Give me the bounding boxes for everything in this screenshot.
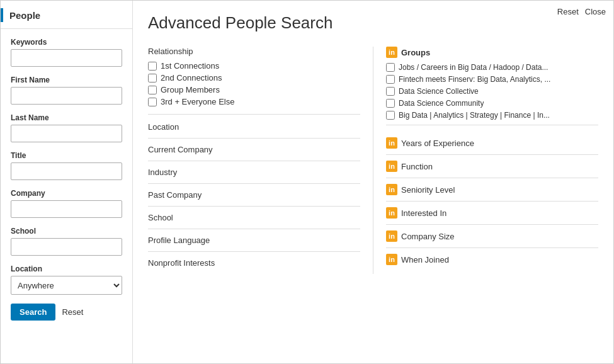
groups-title: Groups	[401, 48, 430, 57]
group-item-0: Jobs / Careers in Big Data / Hadoop / Da…	[386, 63, 598, 72]
first-name-label: First Name	[11, 76, 122, 84]
years-exp-badge: in	[386, 137, 397, 149]
title-group: Title	[11, 151, 122, 180]
school-input[interactable]	[11, 238, 122, 256]
keywords-input[interactable]	[11, 49, 122, 67]
group-members-label[interactable]: Group Members	[161, 85, 220, 94]
sidebar-form: Keywords First Name Last Name Title Comp…	[1, 38, 132, 295]
group-checkbox-0[interactable]	[386, 63, 395, 72]
function-badge: in	[386, 161, 397, 172]
title-input[interactable]	[11, 162, 122, 180]
group-item-2: Data Science Collective	[386, 87, 598, 96]
conn2-label[interactable]: 2nd Connections	[161, 73, 222, 82]
left-filters: Location Current Company Industry Past C…	[148, 122, 360, 274]
filter-company-size[interactable]: in Company Size	[386, 225, 598, 248]
reset-sidebar-button[interactable]: Reset	[62, 307, 83, 317]
title-label: Title	[11, 151, 122, 160]
location-group: Location Anywhere	[11, 264, 122, 295]
group-label-2[interactable]: Data Science Collective	[399, 87, 479, 96]
filter-past-company[interactable]: Past Company	[148, 184, 360, 207]
group-checkbox-4[interactable]	[386, 111, 395, 120]
school-group: School	[11, 227, 122, 256]
group-item-1: Fintech meets Finserv: Big Data, Analyti…	[386, 75, 598, 84]
company-size-badge: in	[386, 230, 397, 242]
group-item-3: Data Science Community	[386, 99, 598, 108]
company-size-label: Company Size	[401, 232, 455, 241]
rel-divider	[148, 114, 360, 115]
relationship-title: Relationship	[148, 47, 360, 56]
relationship-section: Relationship 1st Connections 2nd Connect…	[148, 47, 360, 106]
years-exp-label: Years of Experience	[401, 139, 474, 148]
sidebar-accent-bar	[1, 8, 3, 22]
group-label-0[interactable]: Jobs / Careers in Big Data / Hadoop / Da…	[399, 63, 548, 72]
conn3plus-group: 3rd + Everyone Else	[148, 97, 360, 106]
groups-header: in Groups	[386, 47, 598, 58]
left-column: Relationship 1st Connections 2nd Connect…	[148, 47, 373, 274]
interested-label: Interested In	[401, 208, 446, 218]
group-label-1[interactable]: Fintech meets Finserv: Big Data, Analyti…	[399, 75, 550, 84]
filter-current-company[interactable]: Current Company	[148, 139, 360, 161]
filter-seniority-level[interactable]: in Seniority Level	[386, 178, 598, 202]
when-joined-label: When Joined	[401, 255, 449, 264]
sidebar: People Keywords First Name Last Name Tit…	[1, 1, 133, 363]
interested-badge: in	[386, 207, 397, 219]
conn1-label[interactable]: 1st Connections	[161, 61, 219, 71]
last-name-label: Last Name	[11, 113, 122, 122]
seniority-label: Seniority Level	[401, 185, 455, 195]
company-label: Company	[11, 189, 122, 198]
app-container: Reset Close People Keywords First Name L…	[0, 0, 614, 364]
conn1-group: 1st Connections	[148, 61, 360, 71]
main-content: Advanced People Search Relationship 1st …	[133, 1, 613, 363]
filter-years-experience[interactable]: in Years of Experience	[386, 132, 598, 155]
conn2-checkbox[interactable]	[148, 74, 157, 82]
keywords-label: Keywords	[11, 38, 122, 47]
sidebar-header: People	[1, 1, 132, 29]
group-label-4[interactable]: Big Data | Analytics | Strategy | Financ…	[399, 111, 550, 120]
right-column: in Groups Jobs / Careers in Big Data / H…	[373, 47, 598, 274]
seniority-badge: in	[386, 184, 397, 195]
filter-function[interactable]: in Function	[386, 155, 598, 178]
location-label: Location	[11, 264, 122, 273]
group-members-checkbox[interactable]	[148, 86, 157, 94]
keywords-group: Keywords	[11, 38, 122, 67]
school-label: School	[11, 227, 122, 236]
filter-interested-in[interactable]: in Interested In	[386, 202, 598, 225]
filter-school[interactable]: School	[148, 207, 360, 229]
filter-nonprofit-interests[interactable]: Nonprofit Interests	[148, 252, 360, 274]
function-label: Function	[401, 162, 433, 171]
groups-divider	[386, 125, 598, 125]
company-group: Company	[11, 189, 122, 218]
group-checkbox-1[interactable]	[386, 75, 395, 84]
when-joined-badge: in	[386, 254, 397, 265]
filter-industry[interactable]: Industry	[148, 161, 360, 184]
last-name-group: Last Name	[11, 113, 122, 142]
company-input[interactable]	[11, 200, 122, 218]
right-filters: in Years of Experience in Function in Se…	[386, 132, 598, 271]
conn3plus-checkbox[interactable]	[148, 98, 157, 106]
sidebar-actions: Search Reset	[1, 304, 132, 321]
filter-location[interactable]: Location	[148, 122, 360, 139]
conn3plus-label[interactable]: 3rd + Everyone Else	[161, 97, 234, 106]
first-name-input[interactable]	[11, 87, 122, 105]
first-name-group: First Name	[11, 76, 122, 105]
group-members-group: Group Members	[148, 85, 360, 94]
groups-in-badge: in	[386, 47, 397, 58]
group-label-3[interactable]: Data Science Community	[399, 99, 484, 108]
columns: Relationship 1st Connections 2nd Connect…	[148, 47, 598, 274]
page-title: Advanced People Search	[148, 13, 598, 33]
group-checkbox-2[interactable]	[386, 87, 395, 96]
group-checkbox-3[interactable]	[386, 99, 395, 108]
filter-profile-language[interactable]: Profile Language	[148, 229, 360, 252]
conn2-group: 2nd Connections	[148, 73, 360, 82]
conn1-checkbox[interactable]	[148, 62, 157, 71]
sidebar-title: People	[9, 10, 40, 21]
search-button[interactable]: Search	[11, 304, 55, 321]
last-name-input[interactable]	[11, 125, 122, 142]
group-item-4: Big Data | Analytics | Strategy | Financ…	[386, 111, 598, 120]
filter-when-joined[interactable]: in When Joined	[386, 248, 598, 271]
location-select[interactable]: Anywhere	[11, 276, 122, 295]
